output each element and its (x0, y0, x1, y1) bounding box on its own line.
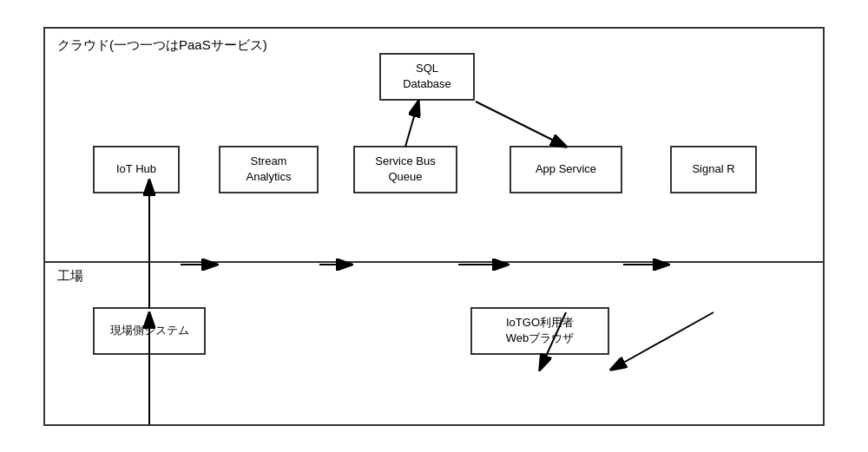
stream-analytics-box: Stream Analytics (219, 146, 319, 193)
signal-r-box: Signal R (670, 146, 757, 193)
web-browser-box: IoTGO利用者 Webブラウザ (470, 307, 609, 355)
iot-hub-box: IoT Hub (93, 146, 180, 193)
cloud-label: クラウド(一つ一つはPaaSサービス) (57, 37, 267, 54)
cloud-section: クラウド(一つ一つはPaaSサービス) IoT Hub Stream Analy… (45, 29, 823, 263)
app-service-box: App Service (510, 146, 622, 193)
factory-label: 工場 (57, 268, 83, 285)
sql-database-box: SQL Database (379, 53, 475, 101)
diagram: クラウド(一つ一つはPaaSサービス) IoT Hub Stream Analy… (43, 27, 825, 426)
factory-system-box: 現場側システム (93, 307, 206, 355)
service-bus-queue-box: Service Bus Queue (353, 146, 457, 193)
factory-section: 工場 現場側システム IoTGO利用者 Webブラウザ (45, 259, 823, 424)
